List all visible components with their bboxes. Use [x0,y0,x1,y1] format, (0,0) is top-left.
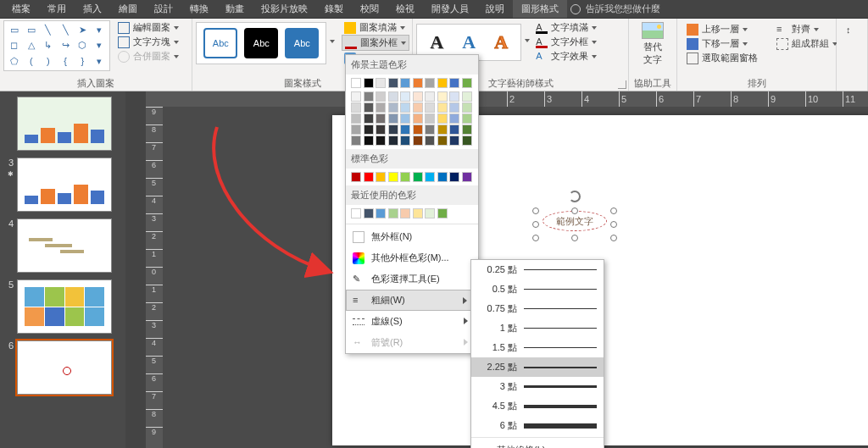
color-swatch[interactable] [351,78,361,88]
color-swatch[interactable] [413,102,423,113]
menu-檔案[interactable]: 檔案 [3,0,39,18]
resize-handle[interactable] [610,235,617,241]
weight-option[interactable]: 0.25 點 [471,260,604,279]
wordart-thumb[interactable]: A [424,30,449,55]
resize-handle[interactable] [571,207,578,214]
color-swatch[interactable] [437,113,448,124]
menu-常用[interactable]: 常用 [39,0,75,18]
send-backward-button[interactable]: 下移一層 [684,36,760,51]
color-swatch[interactable] [425,78,435,88]
dashes-item[interactable]: 虛線(S) [346,311,478,332]
color-swatch[interactable] [388,124,398,135]
selected-shape[interactable]: 範例文字 [536,204,614,238]
color-swatch[interactable] [462,78,472,88]
menu-錄製[interactable]: 錄製 [316,0,352,18]
weight-item[interactable]: ≡粗細(W) [346,290,478,311]
edit-shape-button[interactable]: 編輯圖案 [115,20,181,35]
slide-panel[interactable]: 3✱456 [0,91,125,448]
no-outline-item[interactable]: 無外框(N) [346,226,478,247]
color-swatch[interactable] [388,208,398,218]
color-swatch[interactable] [400,113,410,124]
style-thumb[interactable]: Abc [285,28,319,58]
color-swatch[interactable] [376,78,386,88]
group-button[interactable]: 組成群組 [774,36,840,51]
rotate-handle[interactable] [569,191,581,202]
color-swatch[interactable] [351,208,361,218]
menu-插入[interactable]: 插入 [75,0,110,18]
menu-投影片放映[interactable]: 投影片放映 [253,0,316,18]
alt-text-button[interactable]: 替代 文字 [632,20,673,68]
color-swatch[interactable] [413,91,423,102]
shape-outline-button[interactable]: 圖案外框 [342,35,409,51]
color-swatch[interactable] [437,172,448,182]
color-swatch[interactable] [364,124,374,135]
menu-說明[interactable]: 說明 [477,0,513,18]
resize-handle[interactable] [610,207,617,214]
color-swatch[interactable] [425,113,435,124]
color-swatch[interactable] [376,91,386,102]
shape-style-gallery[interactable]: Abc Abc Abc [196,22,326,64]
menu-動畫[interactable]: 動畫 [217,0,253,18]
color-swatch[interactable] [376,172,386,182]
color-swatch[interactable] [351,136,361,146]
style-thumb[interactable]: Abc [203,28,237,58]
shapes-gallery[interactable]: ▭▭╲╲➤▾ ◻△↳↪⬡▾ ⬠(){}▾ [3,20,110,71]
textbox-button[interactable]: 文字方塊 [115,35,181,49]
more-lines-item[interactable]: ≡其他線條(L)... [471,440,604,448]
color-swatch[interactable] [400,78,410,88]
color-swatch[interactable] [376,208,386,218]
color-swatch[interactable] [449,91,459,102]
color-swatch[interactable] [400,91,410,102]
color-swatch[interactable] [449,136,459,146]
color-swatch[interactable] [449,113,459,124]
color-swatch[interactable] [462,172,472,182]
color-swatch[interactable] [449,102,459,113]
color-swatch[interactable] [425,136,435,146]
style-thumb[interactable]: Abc [244,28,278,58]
color-swatch[interactable] [388,136,398,146]
wordart-thumb[interactable]: A [456,30,481,55]
size-height[interactable]: ↕ [843,24,860,37]
selection-pane-button[interactable]: 選取範圍窗格 [684,51,760,65]
weight-option[interactable]: 1.5 點 [471,338,604,357]
color-swatch[interactable] [425,208,435,218]
tell-me[interactable]: 告訴我您想做什麼 [570,3,660,15]
bring-forward-button[interactable]: 上移一層 [684,22,760,36]
wordart-thumb[interactable]: A [488,30,514,55]
dialog-launcher[interactable] [618,80,626,89]
text-fill-button[interactable]: A文字填滿 [533,20,599,35]
color-swatch[interactable] [437,136,448,146]
color-swatch[interactable] [388,102,398,113]
color-swatch[interactable] [400,136,410,146]
color-swatch[interactable] [364,208,374,218]
color-swatch[interactable] [437,208,448,218]
resize-handle[interactable] [532,207,539,214]
color-swatch[interactable] [351,91,361,102]
text-outline-button[interactable]: A文字外框 [533,35,599,49]
color-swatch[interactable] [413,208,423,218]
color-swatch[interactable] [413,113,423,124]
menu-設計[interactable]: 設計 [146,0,181,18]
more-colors-item[interactable]: 其他外框色彩(M)... [346,247,478,268]
slide-thumb[interactable] [0,93,125,154]
menu-繪圖[interactable]: 繪圖 [110,0,146,18]
eyedropper-item[interactable]: ✎色彩選擇工具(E) [346,268,478,290]
color-swatch[interactable] [413,136,423,146]
slide-thumb[interactable]: 4 [0,215,125,276]
color-swatch[interactable] [364,91,374,102]
color-swatch[interactable] [364,136,374,146]
weight-option[interactable]: 1 點 [471,318,604,338]
resize-handle[interactable] [532,221,539,228]
color-swatch[interactable] [364,78,374,88]
color-swatch[interactable] [437,91,448,102]
merge-shapes-button[interactable]: 合併圖案 [115,49,181,64]
menu-開發人員[interactable]: 開發人員 [423,0,477,18]
menu-轉換[interactable]: 轉換 [181,0,217,18]
menu-圖形格式[interactable]: 圖形格式 [513,0,567,18]
slide-thumb[interactable]: 6 [0,337,125,398]
color-swatch[interactable] [437,78,448,88]
shape-fill-button[interactable]: 圖案填滿 [342,20,409,35]
slide-thumb[interactable]: 3✱ [0,154,125,215]
color-swatch[interactable] [462,136,472,146]
color-swatch[interactable] [364,102,374,113]
